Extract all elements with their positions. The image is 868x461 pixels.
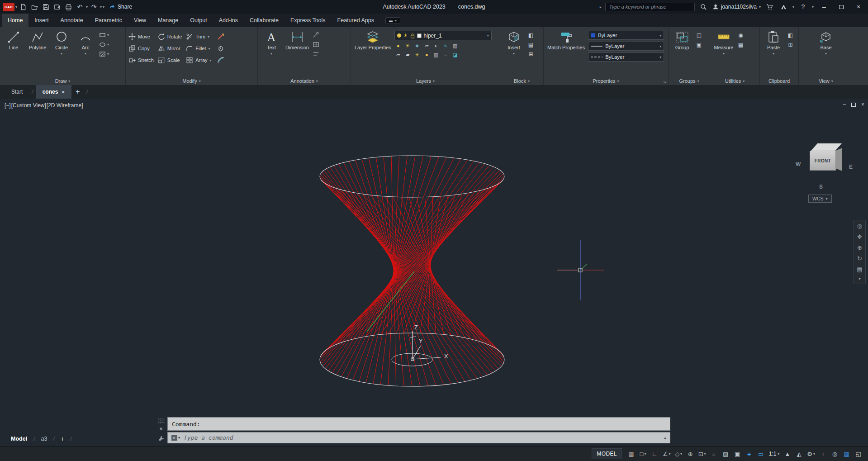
erase-icon[interactable] — [216, 33, 226, 40]
command-input[interactable] — [184, 434, 660, 441]
modify-panel-label[interactable]: Modify ▾ — [126, 77, 257, 85]
layers-panel-label[interactable]: Layers ▾ — [351, 77, 500, 85]
isometric-drafting-toggle[interactable]: ◇▾ — [674, 448, 684, 459]
command-customize-icon[interactable] — [158, 435, 164, 443]
window-maximize-button[interactable] — [835, 1, 848, 13]
tab-featured-apps[interactable]: Featured Apps — [332, 14, 380, 27]
model-space-button[interactable]: MODEL — [592, 448, 622, 459]
layer-unisolate-icon[interactable]: ● — [423, 51, 431, 58]
zoom-icon[interactable]: ⊕ — [857, 245, 862, 251]
layout-tab-model[interactable]: Model — [6, 434, 32, 444]
new-layout-button[interactable]: + — [57, 435, 68, 442]
line-button[interactable]: Line — [3, 29, 24, 51]
object-color-dropdown[interactable]: ByLayer ▾ — [588, 31, 664, 40]
annotation-scale-control[interactable]: 1:1▾ — [768, 448, 781, 459]
command-palette-close-icon[interactable]: × — [159, 426, 163, 432]
window-close-button[interactable]: × — [852, 1, 865, 13]
ribbon-display-toggle[interactable]: ▬ ▾ — [385, 17, 400, 24]
tab-express-tools[interactable]: Express Tools — [285, 14, 332, 27]
viewcube-right-face[interactable] — [836, 148, 842, 171]
application-menu-button[interactable]: CAD — [3, 3, 14, 11]
trim-button[interactable]: Trim▾ — [186, 33, 211, 40]
app-store-cart-icon[interactable] — [764, 2, 775, 12]
annotation-panel-label[interactable]: Annotation ▾ — [258, 77, 351, 85]
offset-icon[interactable] — [216, 57, 226, 64]
measure-button[interactable]: Measure ▾ — [713, 29, 735, 56]
hatch-tool[interactable]: ▾ — [99, 50, 109, 58]
annotation-more-tool[interactable] — [312, 50, 320, 58]
search-icon[interactable] — [698, 2, 709, 12]
arc-button[interactable]: Arc ▾ — [75, 29, 96, 56]
write-block-tool[interactable]: ▤ — [527, 41, 535, 48]
grid-display-toggle[interactable]: ▦ — [626, 448, 636, 459]
layer-isolate-icon[interactable]: ☀ — [404, 42, 412, 49]
undo-caret-icon[interactable]: ▾ — [86, 5, 88, 9]
viewcube-top-face[interactable] — [811, 143, 842, 151]
viewcube[interactable]: FRONT W S E WCS ▾ — [791, 140, 856, 209]
save-icon[interactable] — [41, 2, 51, 12]
match-properties-button[interactable]: Match Properties — [546, 29, 586, 51]
groups-panel-label[interactable]: Groups ▾ — [669, 77, 710, 85]
properties-panel-label[interactable]: Properties ▾ ↘ — [544, 77, 668, 85]
full-navigation-wheel-icon[interactable]: ◎ — [857, 223, 862, 229]
move-button[interactable]: Move — [128, 33, 154, 40]
account-button[interactable]: joana1102silva ▾ — [712, 4, 761, 10]
lineweight-toggle[interactable]: ≡ — [709, 448, 719, 459]
layer-current-icon[interactable]: ≋ — [442, 42, 450, 49]
fillet-button[interactable]: Fillet▾ — [186, 45, 211, 52]
linetype-dropdown[interactable]: ByLayer ▾ — [588, 52, 664, 62]
viewcube-west-label[interactable]: W — [796, 161, 801, 167]
tab-manage[interactable]: Manage — [152, 14, 184, 27]
autodesk-apps-caret-icon[interactable]: ▾ — [792, 5, 794, 9]
command-line-icon[interactable]: ▸ ▾ — [171, 435, 180, 441]
group-button[interactable]: Group — [671, 29, 693, 51]
showmotion-icon[interactable]: ▤ — [857, 266, 862, 272]
utilities-panel-label[interactable]: Utilities ▾ — [710, 77, 759, 85]
scale-button[interactable]: Scale — [158, 57, 182, 64]
layer-match-icon[interactable]: ◐ — [432, 42, 440, 49]
mirror-button[interactable]: Mirror — [158, 45, 182, 52]
quick-calc-tool[interactable]: ▦ — [737, 41, 745, 48]
open-file-icon[interactable] — [29, 2, 40, 12]
layer-off-icon[interactable]: ● — [394, 42, 402, 49]
layer-unlock-icon[interactable]: ◪ — [451, 51, 459, 58]
block-attributes-tool[interactable]: ⊞ — [527, 50, 535, 58]
dynamic-ucs-toggle[interactable]: + — [744, 448, 754, 459]
annotation-visibility-toggle[interactable]: ▲ — [782, 448, 792, 459]
base-button[interactable]: Base ▾ — [815, 29, 837, 56]
cut-tool[interactable]: ◧ — [787, 31, 794, 39]
layer-delete-icon[interactable]: ≡ — [442, 51, 450, 58]
file-tab-cones[interactable]: cones × — [36, 85, 71, 99]
drawing-canvas[interactable]: Z Y X — [0, 99, 868, 446]
polyline-button[interactable]: Polyline — [27, 29, 48, 51]
window-minimize-button[interactable]: – — [817, 1, 831, 13]
group-edit-tool[interactable]: ▣ — [695, 41, 703, 48]
stretch-button[interactable]: Stretch — [128, 57, 154, 64]
viewport-minimize-icon[interactable]: – — [843, 101, 846, 108]
snap-mode-toggle[interactable]: □▾ — [638, 448, 648, 459]
workspace-switching-button[interactable]: ⚙▾ — [806, 448, 816, 459]
share-button[interactable]: Share — [109, 4, 132, 10]
redo-icon[interactable]: ↷ — [89, 2, 99, 12]
viewport-minus-control[interactable]: [−] — [5, 102, 11, 109]
orbit-icon[interactable]: ↻ — [857, 256, 862, 261]
model-space-viewport[interactable]: Z Y X [−] [Custom View] [2D Wireframe] –… — [0, 99, 868, 446]
quick-select-tool[interactable]: ◉ — [737, 31, 745, 39]
layer-walk-icon[interactable]: ▱ — [394, 51, 402, 58]
properties-dialog-launcher-icon[interactable]: ↘ — [663, 80, 666, 84]
navbar-caret-icon[interactable]: ▾ — [859, 277, 860, 281]
help-caret-icon[interactable]: ▾ — [812, 5, 814, 9]
tab-annotate[interactable]: Annotate — [55, 14, 89, 27]
circle-button[interactable]: Circle ▾ — [51, 29, 72, 56]
dimension-button[interactable]: Dimension — [285, 29, 310, 51]
viewport-view-control[interactable]: [Custom View] — [11, 102, 46, 109]
command-palette-grip[interactable] — [158, 418, 165, 423]
block-panel-label[interactable]: Block ▾ — [500, 77, 543, 85]
lineweight-dropdown[interactable]: ByLayer ▾ — [588, 42, 664, 51]
copy-clip-tool[interactable]: ⊞ — [787, 41, 794, 48]
new-drawing-tab-button[interactable]: + — [71, 85, 84, 99]
object-snap-tracking-toggle[interactable]: ⊕ — [685, 448, 696, 459]
application-menu-caret-icon[interactable]: ▾ — [15, 5, 17, 9]
layer-lock-tool-icon[interactable]: ▱ — [423, 42, 431, 49]
dynamic-input-toggle[interactable]: ▭ — [756, 448, 766, 459]
